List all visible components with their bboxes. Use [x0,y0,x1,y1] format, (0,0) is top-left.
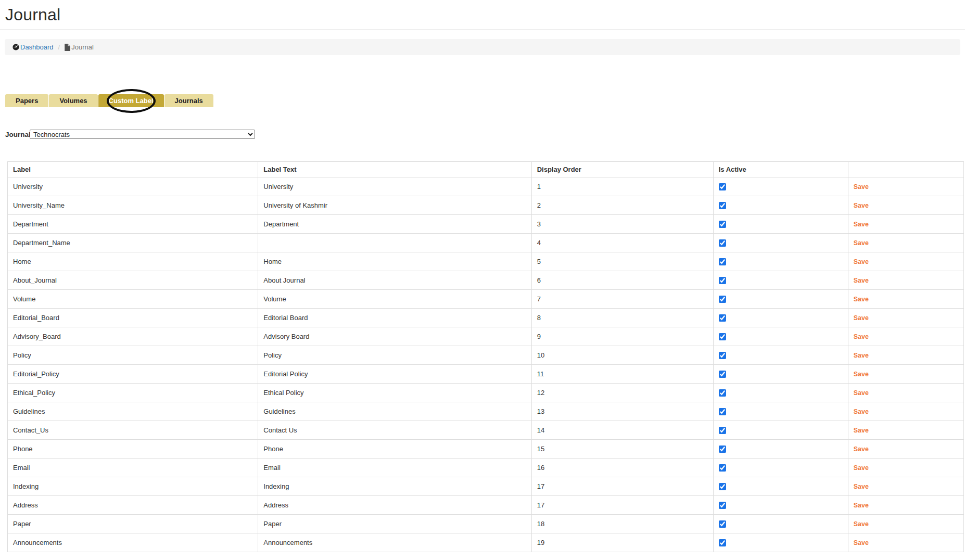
table-row: Paper Paper 18 Save [8,515,964,533]
save-button[interactable]: Save [854,314,869,322]
label-cell: Editorial_Policy [8,365,258,384]
table-row: Editorial_Board Editorial Board 8 Save [8,309,964,327]
is-active-checkbox[interactable] [719,389,726,397]
save-button[interactable]: Save [854,183,869,190]
label-cell: Address [8,496,258,515]
is-active-cell [713,515,848,533]
save-cell: Save [848,177,963,196]
save-button[interactable]: Save [854,502,869,509]
save-cell: Save [848,196,963,215]
is-active-checkbox[interactable] [719,371,726,378]
save-button[interactable]: Save [854,258,869,265]
breadcrumb-dashboard-link[interactable]: Dashboard [20,43,54,51]
is-active-checkbox[interactable] [719,446,726,453]
is-active-checkbox[interactable] [719,183,726,190]
table-body: University University 1 Save University_… [8,177,964,552]
tab-papers[interactable]: Papers [5,94,48,107]
label-text-cell: Advisory Board [258,327,531,346]
save-cell: Save [848,440,963,459]
display-order-cell: 3 [531,215,713,234]
label-text-cell: Indexing [258,477,531,496]
save-cell: Save [848,402,963,421]
tab-volumes[interactable]: Volumes [49,94,97,107]
is-active-checkbox[interactable] [719,296,726,303]
is-active-checkbox[interactable] [719,258,726,265]
table-row: Home Home 5 Save [8,252,964,271]
save-button[interactable]: Save [854,352,869,359]
is-active-checkbox[interactable] [719,239,726,247]
save-cell: Save [848,271,963,290]
table-row: Department_Name 4 Save [8,234,964,252]
tab-bar: Papers Volumes Custom Label Journals [5,94,965,107]
table-row: University_Name University of Kashmir 2 … [8,196,964,215]
save-button[interactable]: Save [854,202,869,209]
save-cell: Save [848,252,963,271]
label-cell: University [8,177,258,196]
is-active-checkbox[interactable] [719,333,726,340]
is-active-checkbox[interactable] [719,539,726,546]
table-row: Department Department 3 Save [8,215,964,234]
label-text-cell: Phone [258,440,531,459]
label-cell: About_Journal [8,271,258,290]
is-active-checkbox[interactable] [719,277,726,284]
is-active-cell [713,346,848,365]
journal-admin-page: Journal Dashboard / [0,0,965,560]
display-order-cell: 11 [531,365,713,384]
is-active-cell [713,421,848,440]
save-button[interactable]: Save [854,389,869,397]
display-order-cell: 15 [531,440,713,459]
save-button[interactable]: Save [854,427,869,434]
save-cell: Save [848,365,963,384]
is-active-checkbox[interactable] [719,502,726,509]
label-cell: Contact_Us [8,421,258,440]
journal-select-label: Journal [5,131,30,138]
tab-custom-label[interactable]: Custom Label [98,94,164,107]
display-order-cell: 10 [531,346,713,365]
label-text-cell: Home [258,252,531,271]
is-active-checkbox[interactable] [719,483,726,490]
is-active-checkbox[interactable] [719,408,726,415]
is-active-checkbox[interactable] [719,221,726,228]
table-row: Address Address 17 Save [8,496,964,515]
tab-journals[interactable]: Journals [164,94,213,107]
label-cell: Paper [8,515,258,533]
label-cell: Indexing [8,477,258,496]
header-actions [848,162,963,177]
save-button[interactable]: Save [854,539,869,546]
save-button[interactable]: Save [854,239,869,247]
label-cell: Department_Name [8,234,258,252]
label-text-cell: Address [258,496,531,515]
save-button[interactable]: Save [854,520,869,528]
label-cell: Policy [8,346,258,365]
is-active-checkbox[interactable] [719,352,726,359]
is-active-checkbox[interactable] [719,314,726,322]
table-row: Announcements Announcements 19 Save [8,533,964,552]
save-button[interactable]: Save [854,296,869,303]
display-order-cell: 14 [531,421,713,440]
save-button[interactable]: Save [854,277,869,284]
is-active-checkbox[interactable] [719,464,726,472]
label-cell: Advisory_Board [8,327,258,346]
save-button[interactable]: Save [854,446,869,453]
save-button[interactable]: Save [854,333,869,340]
save-button[interactable]: Save [854,483,869,490]
label-text-cell: Ethical Policy [258,384,531,402]
is-active-checkbox[interactable] [719,520,726,528]
custom-labels-table-container: Label Label Text Display Order Is Active… [7,161,964,552]
breadcrumb: Dashboard / Journal [5,39,960,55]
save-button[interactable]: Save [854,221,869,228]
label-cell: Guidelines [8,402,258,421]
display-order-cell: 17 [531,496,713,515]
save-button[interactable]: Save [854,464,869,472]
display-order-cell: 2 [531,196,713,215]
is-active-checkbox[interactable] [719,202,726,209]
journal-select[interactable]: Technocrats [30,130,255,139]
is-active-checkbox[interactable] [719,427,726,434]
label-text-cell: Announcements [258,533,531,552]
is-active-cell [713,533,848,552]
display-order-cell: 13 [531,402,713,421]
label-text-cell: University of Kashmir [258,196,531,215]
save-button[interactable]: Save [854,408,869,415]
table-row: Contact_Us Contact Us 14 Save [8,421,964,440]
save-button[interactable]: Save [854,371,869,378]
